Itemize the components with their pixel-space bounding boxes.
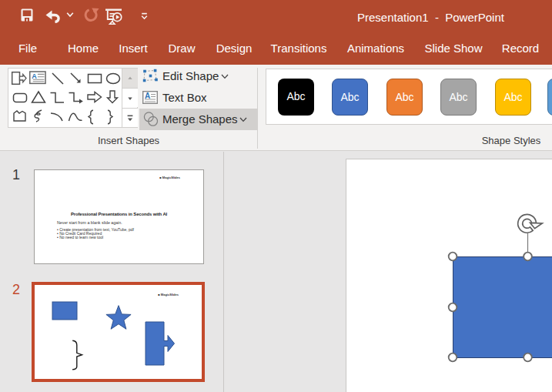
svg-text:A: A xyxy=(32,72,37,80)
svg-text:A: A xyxy=(145,92,150,100)
